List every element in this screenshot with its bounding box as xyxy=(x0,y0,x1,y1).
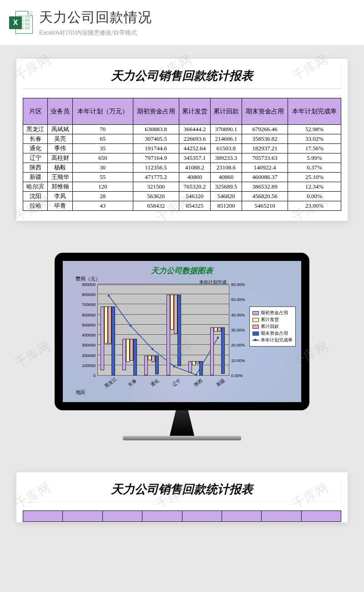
table-cell: 5465210 xyxy=(242,201,288,211)
legend-label: 期末资金占用 xyxy=(261,330,288,337)
y2-tick: 0.00% xyxy=(231,373,243,378)
table-row: 拉哈毕青43658432854325851200546521023.00% xyxy=(23,201,341,211)
table-cell: 366444.2 xyxy=(179,125,210,134)
legend-item: 期初资金占用 xyxy=(253,310,293,316)
chart-bar xyxy=(177,295,181,366)
table-cell: 563620 xyxy=(133,192,179,201)
table-header-cell: 期末资金占用 xyxy=(242,98,288,125)
excel-badge: X xyxy=(9,16,22,29)
table-row: 新疆王顺华55471775.24086040860460086.3725.10% xyxy=(23,173,341,182)
page-title: 天力公司回款情况 xyxy=(39,8,152,27)
table-cell: 546820 xyxy=(210,192,242,201)
chart-bar xyxy=(152,356,155,362)
excel-file-icon: X xyxy=(9,11,33,35)
table-row: 黑龙江禹斌斌70630883.8366444.2370890.1679266.4… xyxy=(23,125,341,134)
legend-swatch xyxy=(253,311,259,315)
table-cell: 30 xyxy=(72,163,133,173)
table-cell: 658432 xyxy=(133,201,179,211)
legend-label: 本年计划完成率 xyxy=(261,337,293,343)
y2-tick: 50.00% xyxy=(231,297,245,302)
y1-tick: 100000 xyxy=(82,363,96,368)
table-cell: 毕青 xyxy=(48,201,72,211)
table-row: 沈阳李风28563620546320546820456820.560.00% xyxy=(23,192,341,201)
table-cell: 高柱财 xyxy=(48,153,72,163)
table-cell: 郑惟翰 xyxy=(48,182,72,192)
table-header-row: 片区业务员本年计划（万元）期初资金占用累计发货累计回款期末资金占用本年计划完成率 xyxy=(23,98,341,125)
bar-group xyxy=(122,339,137,375)
legend-item: 本年计划完成率 xyxy=(253,337,293,343)
legend-swatch xyxy=(253,332,259,336)
table-cell: 12.34% xyxy=(288,182,341,192)
table-cell: 禹斌斌 xyxy=(48,125,72,134)
table-row: 通化季伟35191744.644252.6461503.8182937.2117… xyxy=(23,144,341,153)
legend-item: 累计发货 xyxy=(253,316,293,323)
table-cell: 55 xyxy=(72,173,133,182)
table-cell: 650 xyxy=(72,153,133,163)
table-cell: 王顺华 xyxy=(48,173,72,182)
table-header-cell: 累计发货 xyxy=(179,98,210,125)
table-cell: 李风 xyxy=(48,192,72,201)
table-cell: 辽宁 xyxy=(23,153,48,163)
page-header: X 天力公司回款情况 Excel/A4打印/内容随意修改/自带格式 xyxy=(0,0,364,45)
table-cell: 通化 xyxy=(23,144,48,153)
chart-bar xyxy=(155,356,159,374)
bar-group xyxy=(101,306,115,375)
table-row: 辽宁高柱财650797164.9345357.1389233.3705733.6… xyxy=(23,153,341,163)
table-cell: 17.56% xyxy=(288,144,341,153)
table-cell: 705733.63 xyxy=(242,153,288,163)
table-cell: 40860 xyxy=(179,173,210,182)
table-cell: 321500 xyxy=(133,182,179,192)
data-table-cropped xyxy=(23,510,341,522)
table-row: 长春吴亮65307405.5226693.6214606.1358536.823… xyxy=(23,134,341,144)
table-cell: 797164.9 xyxy=(133,153,179,163)
table-cell: 44252.64 xyxy=(179,144,210,153)
legend-label: 期初资金占用 xyxy=(261,310,288,316)
table-cell: 0.00% xyxy=(288,192,341,201)
table-cell: 679266.46 xyxy=(242,125,288,134)
table-cell: 765320.2 xyxy=(179,182,210,192)
y1-tick: 800000 xyxy=(82,292,96,297)
y1-tick: 500000 xyxy=(82,323,96,327)
y1-tick: 300000 xyxy=(82,343,96,347)
chart-bar xyxy=(122,339,126,370)
chart-y1-axis: 0100000200000300000400000500000600000700… xyxy=(76,285,96,376)
chart-screen: 天力公司数据图表 费用（元） 本年计划完成 地区 010000020000030… xyxy=(63,261,301,402)
chart-bar xyxy=(188,361,192,373)
x-tick: 新疆 xyxy=(210,373,231,392)
table-cell: 52.98% xyxy=(288,125,341,134)
table-row: 哈尔滨郑惟翰120321500765320.2325689.5386532.89… xyxy=(23,182,341,192)
table-cell: 182937.21 xyxy=(242,144,288,153)
table-cell: 386532.89 xyxy=(242,182,288,192)
table-cell: 35 xyxy=(72,144,133,153)
spreadsheet-card-duplicate: 天力公司销售回款统计报表 xyxy=(16,472,348,522)
table-cell: 新疆 xyxy=(23,173,48,182)
chart-legend: 期初资金占用累计发货累计回款期末资金占用本年计划完成率 xyxy=(249,306,296,347)
table-header-cell: 本年计划完成率 xyxy=(288,98,341,125)
table-cell: 226693.6 xyxy=(179,134,210,144)
table-cell: 陕西 xyxy=(23,163,48,173)
table-cell: 456820.56 xyxy=(242,192,288,201)
chart-bar xyxy=(174,295,177,334)
table-header-cell: 本年计划（万元） xyxy=(72,98,133,125)
sheet-title: 天力公司销售回款统计报表 xyxy=(23,479,341,502)
table-cell: 325689.5 xyxy=(210,182,242,192)
bar-group xyxy=(188,361,203,375)
chart-bar xyxy=(126,339,130,362)
chart-plot-area xyxy=(97,285,229,376)
y1-tick: 400000 xyxy=(82,333,96,337)
y1-tick: 0 xyxy=(93,373,96,378)
x-tick: 黑龙江 xyxy=(100,373,121,392)
table-header-cell: 期初资金占用 xyxy=(133,98,179,125)
table-cell: 23.00% xyxy=(288,201,341,211)
table-cell: 41088.2 xyxy=(179,163,210,173)
table-cell: 杨毅 xyxy=(48,163,72,173)
chart-bar xyxy=(144,356,148,375)
table-cell: 630883.8 xyxy=(133,125,179,134)
table-cell: 120 xyxy=(72,182,133,192)
y1-tick: 900000 xyxy=(82,282,96,287)
chart-bar xyxy=(214,327,217,332)
y2-tick: 40.00% xyxy=(231,313,245,317)
chart-bar xyxy=(199,361,203,375)
legend-swatch xyxy=(253,318,259,322)
y1-tick: 200000 xyxy=(82,353,96,358)
